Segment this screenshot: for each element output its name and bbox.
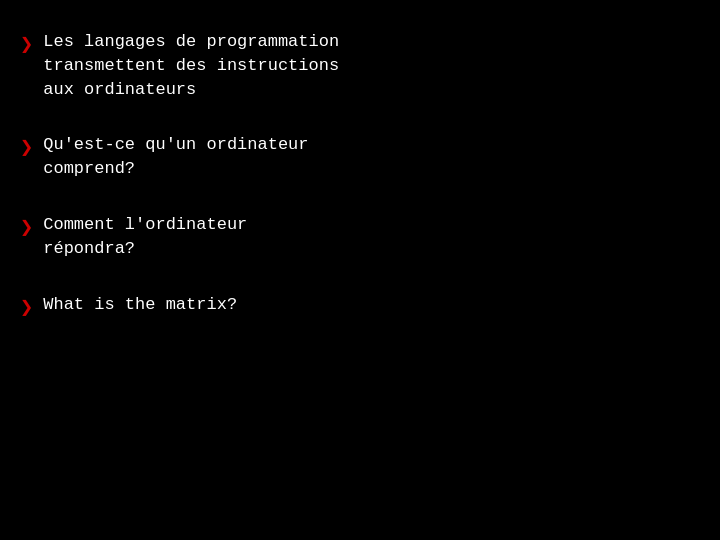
bullet-text-2: Qu'est-ce qu'un ordinateur comprend? xyxy=(43,133,308,181)
bullet-item-4: ❯What is the matrix? xyxy=(20,293,440,324)
matrix-rain xyxy=(460,0,720,540)
right-panel xyxy=(460,0,720,540)
bullet-text-1: Les langages de programmation transmette… xyxy=(43,30,339,101)
bullet-item-1: ❯Les langages de programmation transmett… xyxy=(20,30,440,101)
bullet-item-3: ❯Comment l'ordinateur répondra? xyxy=(20,213,440,261)
bullet-arrow-icon: ❯ xyxy=(20,215,33,244)
bullet-arrow-icon: ❯ xyxy=(20,295,33,324)
bullet-arrow-icon: ❯ xyxy=(20,135,33,164)
left-panel: ❯Les langages de programmation transmett… xyxy=(0,0,460,540)
bullet-text-3: Comment l'ordinateur répondra? xyxy=(43,213,247,261)
bullet-item-2: ❯Qu'est-ce qu'un ordinateur comprend? xyxy=(20,133,440,181)
bullet-arrow-icon: ❯ xyxy=(20,32,33,61)
bullet-text-4: What is the matrix? xyxy=(43,293,237,317)
